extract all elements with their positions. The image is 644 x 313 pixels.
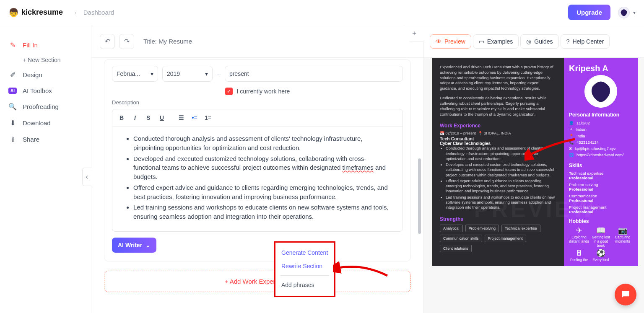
nav-ai-toolbox[interactable]: AI AI Toolbox — [2, 83, 89, 98]
rte-body[interactable]: Conducted thorough analysis and assessme… — [112, 127, 402, 231]
preview-header: 👁Preview ▭Examples ◎Guides ?Help Center — [424, 25, 644, 58]
strength-tag: Problem-solving — [465, 225, 499, 232]
resume-bullet: Developed and executed customized techno… — [446, 162, 556, 178]
tab-help-center[interactable]: ?Help Center — [561, 34, 610, 49]
resume-skill: Technical expertiseProfessional — [569, 171, 633, 180]
preview-column: 👁Preview ▭Examples ◎Guides ?Help Center … — [424, 25, 644, 313]
currently-work-row[interactable]: ✓ I currently work here — [112, 88, 403, 95]
nav-share[interactable]: ⇪ Share — [2, 131, 89, 147]
resume-skills-heading: Skills — [569, 163, 633, 168]
tab-guides[interactable]: ◎Guides — [520, 34, 558, 49]
resume-preview: PREVIEW Experienced and driven Tech Cons… — [432, 58, 638, 266]
resume-bullets: Conducted thorough analysis and assessme… — [440, 146, 556, 210]
work-entry-card: Februa...▾ 2019▾ – present ✓ I currently… — [104, 59, 411, 261]
scrollbar[interactable] — [418, 83, 421, 313]
download-icon: ⬇ — [8, 119, 17, 127]
align-button[interactable]: ☰ — [175, 112, 187, 124]
nav-label: Share — [23, 136, 39, 143]
top-bar: 👦 kickresume ‹ Dashboard Upgrade ▾ — [0, 0, 644, 25]
nav-design[interactable]: ✐ Design — [2, 67, 89, 83]
description-bullet: Developed and executed customized techno… — [133, 154, 391, 181]
description-label: Description — [112, 99, 403, 106]
description-bullet: Led training sessions and workshops to e… — [133, 203, 391, 221]
checkbox-checked-icon[interactable]: ✓ — [225, 88, 233, 95]
undo-button[interactable]: ↶ — [100, 34, 115, 49]
resume-summary: Experienced and driven Tech Consultant w… — [440, 65, 556, 117]
pencil-icon: ✐ — [8, 71, 17, 79]
edit-icon: ✎ — [8, 41, 17, 49]
nav-download[interactable]: ⬇ Download — [2, 115, 89, 131]
strike-button[interactable]: S — [143, 112, 154, 124]
brand[interactable]: 👦 kickresume — [8, 8, 63, 18]
strength-tag: Project management — [485, 235, 526, 242]
bulleted-list-button[interactable]: •≡ — [189, 112, 200, 124]
description-bullet: Offered expert advice and guidance to cl… — [133, 183, 391, 202]
strength-tag: Client relations — [440, 245, 472, 252]
nav-proofreading[interactable]: 🔍 Proofreading — [2, 98, 89, 115]
resume-hobbies: ✈Exploring distant lands📖Getting lost in… — [569, 227, 633, 262]
resume-skill: CommunicationProfessional — [569, 194, 633, 203]
resume-hobby: ⚽Every kind — [591, 249, 611, 262]
chat-support-button[interactable] — [615, 284, 636, 305]
resume-skills: Technical expertiseProfessionalProblem-s… — [569, 171, 633, 214]
resume-hobby: ✈Exploring distant lands — [569, 227, 589, 248]
editor-scroll[interactable]: Februa...▾ 2019▾ – present ✓ I currently… — [91, 58, 423, 313]
nav-new-section[interactable]: + New Section — [2, 53, 89, 67]
doc-title[interactable]: Title: My Resume — [143, 38, 192, 45]
add-work-experience-button[interactable]: + Add Work Experience — [104, 271, 411, 292]
year-select[interactable]: 2019▾ — [162, 66, 213, 82]
search-doc-icon: 🔍 — [8, 103, 17, 111]
chevron-left-icon[interactable]: ‹ — [75, 9, 77, 16]
redo-button[interactable]: ↷ — [119, 34, 134, 49]
month-select[interactable]: Februa...▾ — [112, 66, 158, 82]
collapse-sidebar-button[interactable]: ‹ — [82, 168, 91, 186]
upgrade-button[interactable]: Upgrade — [568, 5, 610, 20]
book-icon: ▭ — [479, 38, 484, 45]
numbered-list-button[interactable]: 1≡ — [202, 112, 214, 124]
strength-tag: Analytical — [440, 225, 463, 232]
resume-personal-heading: Personal Information — [569, 112, 633, 118]
rte-toolbar: B I S U ☰ •≡ 1≡ — [112, 109, 402, 127]
resume-bullet: Led training sessions and workshops to e… — [446, 195, 556, 210]
eye-icon: 👁 — [436, 38, 441, 45]
tab-preview[interactable]: 👁Preview — [430, 34, 471, 49]
nav-label: Fill In — [23, 41, 38, 49]
left-nav: ✎ Fill In + New Section ✐ Design AI AI T… — [0, 25, 91, 313]
menu-add-phrases[interactable]: Add phrases — [275, 278, 334, 292]
preview-area[interactable]: PREVIEW Experienced and driven Tech Cons… — [424, 58, 644, 313]
editor-column: ＋ ↶ ↷ Title: My Resume Februa...▾ 2019▾ … — [91, 25, 424, 313]
description-bullet: Conducted thorough analysis and assessme… — [133, 134, 391, 153]
italic-button[interactable]: I — [129, 112, 141, 124]
bold-button[interactable]: B — [116, 112, 127, 124]
currently-work-label: I currently work here — [237, 88, 290, 95]
underline-button[interactable]: U — [156, 112, 168, 124]
dash: – — [217, 70, 221, 78]
ai-badge-icon: AI — [8, 88, 17, 94]
resume-strengths-heading: Strengths — [440, 216, 556, 222]
nav-label: Download — [23, 119, 51, 127]
ai-writer-button[interactable]: AI Writer⌄ — [112, 238, 156, 253]
avatar — [618, 7, 630, 18]
breadcrumb-label[interactable]: Dashboard — [83, 9, 114, 16]
menu-generate-content[interactable]: Generate Content — [275, 246, 334, 259]
resume-bullet: Conducted thorough analysis and assessme… — [446, 146, 556, 161]
help-icon: ? — [566, 38, 570, 45]
resume-skill: Problem-solvingProfessional — [569, 182, 633, 191]
strength-tag: Technical expertise — [501, 225, 540, 232]
chevron-down-icon: ▾ — [633, 10, 636, 16]
breadcrumb: ‹ Dashboard — [75, 9, 114, 16]
account-menu[interactable]: ▾ — [618, 7, 636, 18]
tab-examples[interactable]: ▭Examples — [473, 34, 519, 49]
editor-header: ↶ ↷ Title: My Resume — [91, 25, 423, 58]
nav-label: Design — [23, 71, 42, 78]
target-icon: ◎ — [526, 38, 531, 45]
menu-rewrite-section[interactable]: Rewrite Section — [275, 259, 334, 273]
resume-bullet: Offered expert advice and guidance to cl… — [446, 178, 556, 194]
end-date-field[interactable]: present — [225, 66, 403, 82]
resume-work-meta: 📅 02/2019 – present 📍 BHOPAL, INDIA — [440, 131, 556, 135]
resume-hobby: 🎚Feeling the — [569, 249, 589, 262]
ai-writer-menu: Generate Content Rewrite Section Add phr… — [274, 241, 335, 297]
resume-work-heading: Work Experience — [440, 123, 556, 129]
nav-fill-in[interactable]: ✎ Fill In — [2, 37, 89, 53]
resume-hobby: 📖Getting lost in a good book — [591, 227, 611, 248]
